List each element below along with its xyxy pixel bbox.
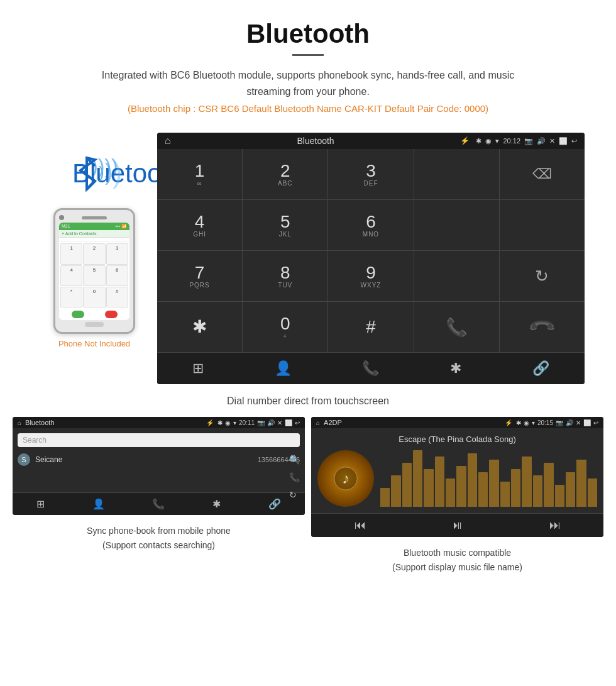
dial-key-7[interactable]: 7 PQRS (157, 251, 242, 301)
phone-screen-header: M21 ▪▪▪ 📶 (59, 223, 129, 230)
phone-side: )))) Bluetooth;⬗ ) ) ) M21 (31, 133, 157, 348)
dial-key-hash[interactable]: # (328, 302, 413, 352)
dial-key-4[interactable]: 4 GHI (157, 200, 242, 250)
viz-bar (380, 488, 390, 507)
link-icon[interactable]: 🔗 (532, 360, 549, 377)
phone-signal: ▪▪▪ 📶 (116, 224, 127, 229)
phone-key-6[interactable]: 6 (106, 265, 128, 286)
pb-bt-bottom-icon[interactable]: ✱ (212, 498, 221, 510)
phone-key-4[interactable]: 4 (60, 265, 82, 286)
pb-bottom-bar: ⊞ 👤 📞 ✱ 🔗 (13, 492, 305, 515)
pb-refresh-icon[interactable]: ↻ (289, 490, 300, 500)
dial-empty-4 (414, 251, 499, 301)
viz-bar (588, 479, 597, 507)
viz-bar (544, 463, 553, 507)
dial-key-8[interactable]: 8 TUV (243, 251, 327, 301)
pb-bt-icon: ✱ (217, 419, 223, 426)
prev-track-icon[interactable]: ⏮ (355, 519, 366, 532)
phone-call-buttons (59, 309, 129, 320)
phone-home-button[interactable] (85, 322, 104, 327)
search-row: Search (18, 433, 300, 451)
phone-top-bar (59, 215, 129, 220)
next-track-icon[interactable]: ⏭ (549, 519, 561, 532)
redial-icon: ↻ (535, 267, 549, 286)
contact-name: Seicane (35, 455, 253, 464)
pb-dialpad-icon[interactable]: ⊞ (36, 498, 45, 510)
dial-backspace-key[interactable]: ⌫ (500, 149, 585, 199)
phone-key-hash[interactable]: # (106, 287, 128, 307)
contact-row[interactable]: S Seicane 13566664466 (18, 451, 300, 468)
phone-icon[interactable]: 📞 (362, 360, 379, 377)
end-call-icon: 📞 (527, 312, 557, 342)
pb-title: Bluetooth (25, 419, 202, 426)
viz-bar (424, 469, 433, 507)
phone-key-star[interactable]: * (60, 287, 82, 307)
signal-arc-1: ) (99, 163, 104, 182)
phonebook-status-bar: ⌂ Bluetooth ⚡ ✱ ◉ ▾ 20:11 📷 🔊 ✕ ⬜ ↩ (13, 417, 305, 428)
phone-key-1[interactable]: 1 (60, 243, 82, 264)
pb-user-icon[interactable]: 👤 (92, 498, 105, 510)
specs-text: (Bluetooth chip : CSR BC6 Default Blueto… (13, 103, 603, 114)
pb-status-icons: ✱ ◉ ▾ 20:11 📷 🔊 ✕ ⬜ ↩ (217, 419, 300, 426)
phone-carrier: M21 (62, 224, 70, 229)
phone-mockup: M21 ▪▪▪ 📶 + Add to Contacts 1 2 3 4 5 6 … (53, 208, 135, 334)
pb-phone-icon[interactable]: 📞 (152, 498, 165, 510)
viz-bar (511, 469, 520, 507)
page-title: Bluetooth (13, 19, 603, 49)
phone-key-0[interactable]: 0 (83, 287, 105, 307)
viz-bar (566, 472, 575, 507)
volume-icon[interactable]: 🔊 (537, 137, 546, 145)
music-caption: Bluetooth music compatible(Support displ… (392, 546, 522, 574)
close-icon[interactable]: ✕ (549, 137, 555, 145)
pb-usb-icon: ⚡ (206, 419, 214, 426)
dial-empty-2 (414, 200, 499, 250)
ms-vol-icon: 🔊 (566, 419, 573, 426)
dial-end-key[interactable]: 📞 (500, 302, 585, 352)
music-content: Escape (The Pina Colada Song) ♪ (311, 428, 603, 513)
dial-key-9[interactable]: 9 WXYZ (328, 251, 413, 301)
dial-call-key[interactable]: 📞 (414, 302, 499, 352)
android-main-screen: ⌂ Bluetooth ⚡ ✱ ◉ ▾ 20:12 📷 🔊 ✕ ⬜ ↩ 1 ∞ (157, 133, 585, 384)
dial-key-3[interactable]: 3 DEF (328, 149, 413, 199)
search-bar[interactable]: Search (18, 433, 300, 447)
phone-end-button[interactable] (105, 311, 118, 318)
pb-back-icon: ↩ (295, 419, 300, 426)
play-pause-icon[interactable]: ⏯ (452, 519, 463, 532)
dial-redial-key[interactable]: ↻ (500, 251, 585, 301)
dial-key-1[interactable]: 1 ∞ (157, 149, 242, 199)
phonebook-screen: ⌂ Bluetooth ⚡ ✱ ◉ ▾ 20:11 📷 🔊 ✕ ⬜ ↩ Sear… (13, 417, 305, 515)
time-display: 20:12 (503, 137, 520, 145)
dial-key-star[interactable]: ✱ (157, 302, 242, 352)
phone-key-3[interactable]: 3 (106, 243, 128, 264)
dial-key-5[interactable]: 5 JKL (243, 200, 327, 250)
dialpad-icon[interactable]: ⊞ (192, 360, 204, 377)
description: Integrated with BC6 Bluetooth module, su… (88, 67, 528, 99)
album-art: ♪ (317, 450, 374, 507)
android-screen-title: Bluetooth (177, 136, 454, 146)
android-home-icon[interactable]: ⌂ (165, 135, 171, 147)
main-content-area: )))) Bluetooth;⬗ ) ) ) M21 (0, 133, 616, 384)
svg-text:♪: ♪ (342, 470, 349, 487)
dial-key-6[interactable]: 6 MNO (328, 200, 413, 250)
phonebook-caption: Sync phone-book from mobile phone(Suppor… (87, 524, 231, 552)
phone-key-2[interactable]: 2 (83, 243, 105, 264)
pb-vol-icon: 🔊 (267, 419, 275, 426)
android-status-bar: ⌂ Bluetooth ⚡ ✱ ◉ ▾ 20:12 📷 🔊 ✕ ⬜ ↩ (157, 133, 585, 149)
search-icon[interactable]: 🔍 (289, 455, 300, 465)
dial-key-0[interactable]: 0 + (243, 302, 327, 352)
back-icon[interactable]: ↩ (571, 137, 577, 145)
pb-call-icon[interactable]: 📞 (289, 472, 300, 482)
dial-key-2[interactable]: 2 ABC (243, 149, 327, 199)
contacts-icon[interactable]: 👤 (275, 360, 292, 377)
camera-icon[interactable]: 📷 (524, 137, 533, 145)
signal-arc-3: ) (113, 155, 122, 189)
bluetooth-bt-icon[interactable]: ✱ (450, 360, 461, 377)
viz-bar (555, 485, 564, 507)
pb-link-icon[interactable]: 🔗 (268, 498, 281, 510)
window-icon[interactable]: ⬜ (559, 137, 568, 145)
phone-key-5[interactable]: 5 (83, 265, 105, 286)
ms-x-icon: ✕ (576, 419, 581, 426)
phone-call-button[interactable] (72, 311, 84, 318)
viz-bar (456, 466, 466, 507)
viz-bar (478, 472, 488, 507)
